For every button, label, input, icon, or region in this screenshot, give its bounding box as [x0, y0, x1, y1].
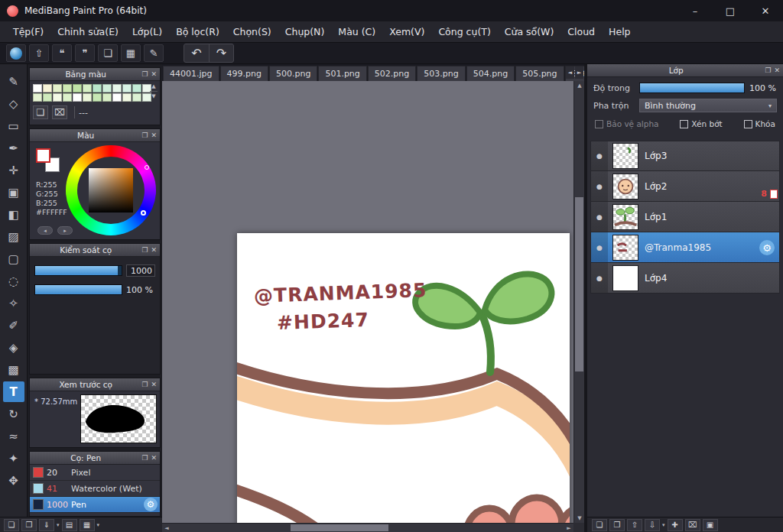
- popout-icon[interactable]: ❐: [141, 131, 148, 139]
- menu-item-xem-v[interactable]: Xem(V): [382, 22, 431, 41]
- rect-tool[interactable]: ▭: [3, 115, 24, 136]
- tab-499-png[interactable]: 499.png: [220, 66, 268, 81]
- horizontal-scrollbar[interactable]: ◄ ►: [162, 523, 573, 532]
- eyedropper-tool[interactable]: ✦: [3, 448, 24, 469]
- minimize-icon[interactable]: –: [677, 0, 713, 21]
- layer-visibility-toggle[interactable]: ●: [591, 232, 608, 262]
- menu-item-ch-p-n[interactable]: Chụp(N): [278, 22, 332, 41]
- close-icon[interactable]: ✕: [748, 0, 783, 21]
- layer-opacity-slider[interactable]: [639, 83, 745, 93]
- tab-44001-jpg[interactable]: 44001.jpg: [163, 66, 219, 81]
- close-icon[interactable]: ✕: [151, 454, 157, 462]
- layer-folder-icon[interactable]: ▣: [703, 519, 718, 531]
- checkbox-b-o-v-alpha[interactable]: Bảo vệ alpha: [595, 119, 659, 128]
- rotate-tool[interactable]: ↻: [3, 404, 24, 424]
- delete-color-icon[interactable]: ⌧: [52, 105, 67, 119]
- saturation-value-square[interactable]: [89, 168, 133, 212]
- notes-icon[interactable]: ▤: [62, 519, 77, 531]
- horizontal-scroll-thumb[interactable]: [291, 524, 388, 531]
- next-color-toggle[interactable]: ▸: [57, 226, 73, 235]
- menu-item-ch-n-s[interactable]: Chọn(S): [226, 22, 278, 41]
- chevron-down-icon[interactable]: ▾: [662, 522, 665, 528]
- layer-row-l-p4[interactable]: ●Lớp4: [590, 263, 780, 294]
- scroll-left-icon[interactable]: ◄: [162, 524, 171, 532]
- maximize-icon[interactable]: □: [713, 0, 748, 21]
- brush-item-pixel[interactable]: 20Pixel: [30, 465, 160, 481]
- tab-503-png[interactable]: 503.png: [417, 66, 465, 81]
- gradient-tool[interactable]: ▨: [3, 226, 24, 247]
- layer-row-l-p3[interactable]: ●Lớp3: [590, 141, 780, 171]
- tab-501-png[interactable]: 501.png: [318, 66, 366, 81]
- eraser-tool[interactable]: ◇: [3, 93, 24, 114]
- menu-item-m-u-c[interactable]: Màu (C): [331, 22, 382, 41]
- palette-swatch[interactable]: [102, 93, 112, 102]
- tab-502-png[interactable]: 502.png: [368, 66, 416, 81]
- undo-icon[interactable]: ↶: [184, 44, 209, 62]
- layer-down-icon[interactable]: ⇩: [645, 519, 660, 531]
- magic-wand-tool[interactable]: ✧: [3, 293, 24, 313]
- palette-swatch[interactable]: [132, 84, 141, 92]
- tab-504-png[interactable]: 504.png: [466, 66, 515, 81]
- ink-pen-tool[interactable]: ✒: [3, 138, 24, 158]
- text-tool[interactable]: T: [3, 381, 24, 402]
- brush-settings-gear-icon[interactable]: ⚙: [144, 498, 158, 511]
- tab-505-png[interactable]: 505.png: [515, 66, 564, 81]
- fg-bg-swatches[interactable]: [36, 148, 63, 174]
- brush-item-pen[interactable]: 1000Pen⚙: [30, 497, 160, 513]
- palette-swatch[interactable]: [33, 93, 42, 102]
- palette-swatch[interactable]: [112, 93, 122, 102]
- duplicate-canvas-icon[interactable]: ❐: [21, 519, 37, 531]
- palette-swatch[interactable]: [43, 93, 52, 102]
- palette-swatch[interactable]: [63, 93, 72, 102]
- layer-visibility-toggle[interactable]: ●: [591, 202, 608, 232]
- close-icon[interactable]: ✕: [151, 246, 157, 254]
- layer-up-icon[interactable]: ⇧: [627, 519, 642, 531]
- curve-tool[interactable]: ≈: [3, 426, 24, 446]
- popout-icon[interactable]: ❐: [141, 246, 148, 254]
- blend-mode-dropdown[interactable]: Bình thường ▾: [639, 99, 777, 112]
- scroll-down-icon[interactable]: ▼: [574, 514, 585, 523]
- menu-item-help[interactable]: Help: [602, 22, 638, 41]
- palette-swatch[interactable]: [63, 84, 72, 92]
- layer-visibility-toggle[interactable]: ●: [591, 141, 608, 170]
- menu-item-t-p-f[interactable]: Tệp(F): [6, 22, 50, 41]
- add-layer-icon[interactable]: ✚: [668, 519, 683, 531]
- chevron-down-icon[interactable]: ▾: [57, 522, 60, 528]
- upload-icon[interactable]: ⇧: [29, 44, 49, 62]
- layer-visibility-toggle[interactable]: ●: [591, 263, 608, 293]
- checkbox-box[interactable]: [595, 120, 603, 128]
- palette-swatch[interactable]: [83, 84, 92, 92]
- bucket-tool[interactable]: ◧: [3, 204, 24, 225]
- new-color-icon[interactable]: ❏: [33, 105, 48, 119]
- close-icon[interactable]: ✕: [151, 131, 157, 139]
- popout-icon[interactable]: ❐: [141, 70, 148, 78]
- duplicate-layer-icon[interactable]: ❐: [609, 519, 625, 531]
- color-wheel[interactable]: [66, 145, 156, 235]
- popout-icon[interactable]: ❐: [141, 454, 148, 462]
- scroll-up-icon[interactable]: ▲: [151, 83, 155, 89]
- hand-tool[interactable]: ✥: [3, 470, 24, 491]
- checkbox-box[interactable]: [680, 120, 688, 128]
- canvas[interactable]: @TRANMA1985 #HD247: [237, 233, 570, 523]
- layer-settings-gear-icon[interactable]: ⚙: [759, 240, 775, 255]
- shape-fill-tool[interactable]: ▣: [3, 182, 24, 203]
- new-layer-icon[interactable]: ❏: [592, 519, 607, 531]
- layer-row-tranma1985[interactable]: ●@Tranma1985⚙: [590, 232, 780, 263]
- page-icon[interactable]: ❏: [98, 44, 118, 62]
- select-rect-tool[interactable]: ▢: [3, 248, 24, 269]
- delete-layer-icon[interactable]: ⌧: [685, 519, 700, 531]
- close-icon[interactable]: ✕: [774, 66, 780, 74]
- popout-icon[interactable]: ❐: [141, 381, 148, 388]
- stamp-tool[interactable]: ▩: [3, 359, 24, 380]
- brush-item-watercolor-wet[interactable]: 41Watercolor (Wet): [30, 481, 160, 497]
- checkbox-kh-a[interactable]: Khóa: [744, 119, 775, 128]
- menu-item-ch-nh-s-a-e[interactable]: Chỉnh sửa(E): [50, 22, 125, 41]
- palette-swatch[interactable]: [102, 84, 112, 92]
- layer-visibility-toggle[interactable]: ●: [591, 171, 608, 201]
- palette-swatch[interactable]: [53, 84, 62, 92]
- comment-icon[interactable]: ❝: [52, 44, 72, 62]
- vertical-scrollbar[interactable]: ▲ ▼: [573, 81, 584, 523]
- tab-scroll-right-icon[interactable]: ►: [575, 66, 583, 79]
- cloud-sync-icon[interactable]: [6, 44, 26, 62]
- palette-swatch[interactable]: [43, 84, 52, 92]
